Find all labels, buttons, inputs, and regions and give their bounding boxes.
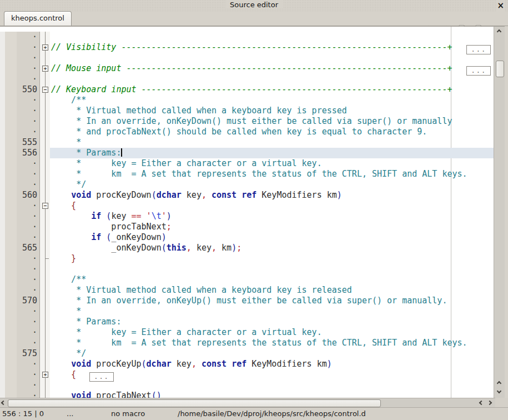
line-number[interactable]: 565 [0,243,39,253]
code-line[interactable]: · * [0,306,494,317]
code-line[interactable]: · void procTabNext() [0,391,494,398]
line-dot[interactable]: · [0,95,39,106]
scroll-up-icon-bottom[interactable] [497,382,501,386]
line-dot[interactable]: · [0,391,39,398]
code-text[interactable]: } [50,253,494,264]
line-dot[interactable]: · [0,222,39,232]
code-text[interactable]: * and procTabNext() should be called whe… [50,127,494,137]
code-line[interactable]: · * km = A set that represents the statu… [0,338,494,348]
code-line[interactable]: ·+// Mouse input -----------------------… [0,63,494,74]
line-dot[interactable]: · [0,158,39,169]
code-line[interactable]: · if (key == '\t') [0,211,494,222]
code-text[interactable] [50,53,494,63]
code-line[interactable]: · /** [0,95,494,106]
code-text[interactable] [50,74,494,84]
line-number[interactable]: 560 [0,190,39,201]
vertical-scrollbar-thumb[interactable] [496,61,504,77]
line-dot[interactable]: · [0,253,39,264]
code-text[interactable]: if (_onKeyDown) [50,232,494,243]
line-number[interactable]: 570 [0,296,39,306]
line-dot[interactable]: · [0,127,39,137]
code-line[interactable]: · * Params: [0,317,494,327]
code-text[interactable]: * [50,137,494,148]
line-number[interactable]: 550 [0,84,39,95]
code-text[interactable]: * In an override, onKeyUp() must either … [50,296,494,306]
code-line[interactable]: ·+ {... [0,369,494,380]
line-dot[interactable]: · [0,179,39,190]
line-dot[interactable]: · [0,53,39,63]
fold-expand-icon[interactable]: + [42,44,48,51]
line-number[interactable]: 556 [0,148,39,158]
line-number[interactable]: 575 [0,348,39,359]
code-text[interactable]: // Mouse input -------------------------… [50,63,494,74]
code-text[interactable]: */ [50,179,494,190]
line-dot[interactable]: · [0,232,39,243]
code-line[interactable]: · /** [0,274,494,285]
code-text[interactable]: /** [50,274,494,285]
code-line[interactable]: · * In an override, onKeyDown() must eit… [0,116,494,127]
code-line[interactable]: · * Virtual method called when a keyboar… [0,106,494,116]
code-text[interactable]: // Visibility --------------------------… [50,42,494,53]
code-text[interactable]: * key = Either a character or a virtual … [50,158,494,169]
code-text[interactable]: * km = A set that represents the status … [50,169,494,179]
code-line[interactable]: · [0,53,494,63]
line-dot[interactable]: · [0,201,39,211]
line-number[interactable]: 555 [0,137,39,148]
code-text[interactable]: * In an override, onKeyDown() must eithe… [50,116,494,127]
code-text[interactable]: * key = Either a character or a virtual … [50,327,494,338]
scroll-right-icon[interactable] [488,401,492,405]
line-dot[interactable]: · [0,116,39,127]
line-dot[interactable]: · [0,32,39,42]
code-line[interactable]: · } [0,253,494,264]
line-dot[interactable]: · [0,169,39,179]
line-dot[interactable]: · [0,63,39,74]
fold-collapse-icon[interactable]: − [42,87,48,93]
line-dot[interactable]: · [0,285,39,296]
code-text[interactable]: { [50,201,494,211]
scroll-down-icon[interactable] [497,389,501,393]
line-dot[interactable]: · [0,211,39,222]
code-line[interactable]: 556 * Params: [0,148,494,158]
code-text[interactable]: * Params: [50,148,494,158]
code-text[interactable]: * Virtual method called when a keyboard … [50,285,494,296]
code-text[interactable]: * [50,306,494,317]
line-dot[interactable]: · [0,306,39,317]
scroll-left-icon[interactable] [2,401,6,405]
line-dot[interactable]: · [0,317,39,327]
code-line[interactable]: 575 */ [0,348,494,359]
line-dot[interactable]: · [0,264,39,274]
line-dot[interactable]: · [0,369,39,380]
source-editor[interactable]: ··+// Visibility -----------------------… [0,26,494,398]
code-line[interactable]: · * Virtual method called when a keyboar… [0,285,494,296]
code-text[interactable] [50,380,494,391]
line-dot[interactable]: · [0,359,39,369]
code-line[interactable]: · [0,380,494,391]
code-line[interactable]: · void procKeyUp(dchar key, const ref Ke… [0,359,494,369]
line-dot[interactable]: · [0,74,39,84]
line-dot[interactable]: · [0,338,39,348]
code-line[interactable]: · [0,74,494,84]
vertical-scrollbar[interactable] [494,26,505,398]
code-line[interactable]: 560 void procKeyDown(dchar key, const re… [0,190,494,201]
code-text[interactable]: void procTabNext() [50,391,494,398]
code-line[interactable]: ·+// Visibility ------------------------… [0,42,494,53]
code-line[interactable]: · if (_onKeyDown) [0,232,494,243]
code-line[interactable]: · [0,264,494,274]
code-line[interactable]: 555 * [0,137,494,148]
code-text[interactable]: if (key == '\t') [50,211,494,222]
line-dot[interactable]: · [0,380,39,391]
code-line[interactable]: · */ [0,179,494,190]
code-line[interactable]: 550−// Keyboard input ------------------… [0,84,494,95]
code-line[interactable]: · * and procTabNext() should be called w… [0,127,494,137]
code-line[interactable]: 570 * In an override, onKeyUp() must eit… [0,296,494,306]
code-line[interactable]: · * key = Either a character or a virtua… [0,327,494,338]
horizontal-scrollbar[interactable] [0,398,495,407]
fold-expand-icon[interactable]: + [42,66,48,72]
code-text[interactable]: */ [50,348,494,359]
code-text[interactable]: void procKeyUp(dchar key, const ref KeyM… [50,359,494,369]
code-text[interactable]: * Params: [50,317,494,327]
code-line[interactable]: · * km = A set that represents the statu… [0,169,494,179]
code-line[interactable]: · procTabNext; [0,222,494,232]
code-text[interactable]: * Virtual method called when a keyboard … [50,106,494,116]
code-line[interactable]: ·− { [0,201,494,211]
